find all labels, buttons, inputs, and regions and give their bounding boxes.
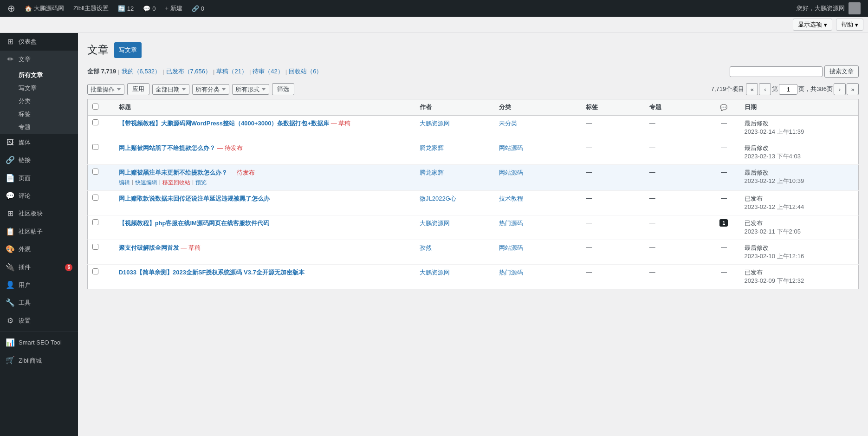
next-page-button[interactable]: ›: [834, 83, 846, 95]
row-action-0[interactable]: 编辑: [119, 179, 130, 187]
post-title-link[interactable]: 【视频教程】php客服在线IM源码网页在线客服软件代码: [119, 220, 269, 227]
row-checkbox[interactable]: [92, 144, 98, 150]
posts-table: 标题 作者 分类 标签 专题 💬 日期 【带视频教程】大鹏源码网WordPres…: [87, 99, 859, 289]
category-link[interactable]: 未分类: [499, 120, 517, 127]
sidebar-item-appearance[interactable]: 🎨 外观: [0, 241, 78, 258]
links-bar[interactable]: 🔗 0: [188, 0, 208, 17]
td-title: 网上赌被网站黑了不给提款怎么办？ — 待发布: [114, 140, 415, 165]
search-button[interactable]: 搜索文章: [824, 65, 859, 78]
sidebar-item-posts[interactable]: ✏ 文章: [0, 51, 78, 68]
theme-settings[interactable]: Zibll主题设置: [70, 0, 112, 17]
td-date: 最后修改 2023-02-14 上午11:39: [740, 116, 859, 140]
td-date: 最后修改 2023-02-10 上午12:16: [740, 240, 859, 265]
sidebar-item-topics[interactable]: 专题: [0, 121, 78, 134]
category-filter-select[interactable]: 所有分类: [192, 84, 229, 95]
sidebar-item-tags[interactable]: 标签: [0, 108, 78, 121]
sidebar-item-users[interactable]: 👤 用户: [0, 276, 78, 294]
sidebar-item-all-posts[interactable]: 所有文章: [0, 69, 78, 82]
apply-button[interactable]: 应用: [127, 83, 149, 95]
filter-mine[interactable]: 我的（6,532）: [122, 67, 161, 76]
author-link[interactable]: 大鹏资源网: [420, 220, 450, 227]
new-button[interactable]: + 新建: [162, 0, 186, 17]
filter-all[interactable]: 全部 7,719: [87, 67, 116, 76]
row-checkbox[interactable]: [92, 219, 98, 225]
write-post-button[interactable]: 写文章: [114, 42, 142, 58]
sidebar-item-community-posts[interactable]: 📋 社区帖子: [0, 223, 78, 241]
sidebar-item-comments[interactable]: 💬 评论: [0, 187, 78, 205]
category-link[interactable]: 热门源码: [499, 220, 523, 227]
sidebar-item-pages[interactable]: 📄 页面: [0, 169, 78, 187]
wp-logo-icon[interactable]: ⊕: [4, 3, 19, 14]
sidebar-item-dashboard[interactable]: ⊞ 仪表盘: [0, 33, 78, 51]
sidebar-item-write-posts[interactable]: 写文章: [0, 82, 78, 95]
sidebar-item-zibll-shop[interactable]: 🛒 Zibll商城: [0, 351, 78, 369]
row-action-2[interactable]: 移至回收站: [162, 179, 190, 187]
row-checkbox[interactable]: [92, 244, 98, 250]
td-category: 热门源码: [494, 265, 582, 289]
post-title-link[interactable]: 聚支付破解版全网首发 — 草稿: [119, 244, 201, 251]
greeting[interactable]: 您好，大鹏资源网: [793, 2, 864, 14]
post-title-link[interactable]: 网上赌被网站黑了不给提款怎么办？ — 待发布: [119, 144, 243, 151]
last-page-button[interactable]: »: [847, 83, 859, 95]
site-name[interactable]: 🏠 大鹏源码网: [21, 0, 68, 17]
date-filter-select[interactable]: 全部日期: [152, 84, 189, 95]
td-comments: —: [708, 191, 739, 215]
help-button[interactable]: 帮助 ▾: [836, 19, 863, 31]
author-link[interactable]: 腾龙家辉: [420, 144, 444, 151]
date-value: 2023-02-11 下午2:05: [745, 228, 801, 235]
page-input[interactable]: [779, 84, 797, 95]
page-title: 文章: [87, 43, 109, 57]
category-link[interactable]: 网站源码: [499, 169, 523, 176]
format-filter-select[interactable]: 所有形式: [232, 84, 269, 95]
author-link[interactable]: 大鹏资源网: [420, 269, 450, 276]
author-link[interactable]: 大鹏资源网: [420, 120, 450, 127]
comments-bar[interactable]: 💬 0: [139, 0, 159, 17]
date-status: 最后修改: [745, 144, 769, 151]
author-link[interactable]: 腾龙家辉: [420, 169, 444, 176]
search-input[interactable]: [730, 66, 823, 77]
sidebar-item-media[interactable]: 🖼 媒体: [0, 134, 78, 151]
author-link[interactable]: 微JL2022G心: [420, 195, 456, 202]
category-link[interactable]: 技术教程: [499, 195, 523, 202]
filter-trash[interactable]: 回收站（6）: [289, 67, 322, 76]
main-content: 文章 写文章 全部 7,719 | 我的（6,532） | 已发布（7,656）…: [78, 33, 868, 436]
row-checkbox[interactable]: [92, 268, 98, 274]
row-checkbox[interactable]: [92, 195, 98, 201]
post-title-link[interactable]: 网上赌取款说数据未回传还说注单延迟违规被黑了怎么办: [119, 195, 270, 202]
display-options-button[interactable]: 显示选项 ▾: [793, 19, 832, 31]
post-title-link[interactable]: 【带视频教程】大鹏源码网WordPress整站（4000+3000）条数据打包+…: [119, 120, 351, 127]
sidebar-item-categories[interactable]: 分类: [0, 95, 78, 108]
post-title-link[interactable]: D1033【简单亲测】2023全新SF授权系统源码 V3.7全开源无加密版本: [119, 269, 304, 276]
row-action-1[interactable]: 快速编辑: [135, 179, 157, 187]
th-category: 分类: [494, 99, 582, 116]
td-comments: 1: [708, 215, 739, 240]
sidebar-item-plugins[interactable]: 🔌 插件 6: [0, 259, 78, 276]
prev-page-button[interactable]: ‹: [759, 83, 771, 95]
author-link[interactable]: 孜然: [420, 244, 432, 251]
sidebar-item-tools[interactable]: 🔧 工具: [0, 294, 78, 312]
category-link[interactable]: 网站源码: [499, 244, 523, 251]
sidebar-item-settings[interactable]: ⚙ 设置: [0, 312, 78, 330]
td-author: 腾龙家辉: [415, 140, 494, 165]
row-action-3[interactable]: 预览: [195, 179, 207, 187]
home-icon: 🏠: [25, 5, 32, 12]
first-page-button[interactable]: «: [746, 83, 758, 95]
filter-pending[interactable]: 待审（42）: [253, 67, 283, 76]
filter-published[interactable]: 已发布（7,656）: [166, 67, 212, 76]
sidebar-item-community-block[interactable]: ⊞ 社区板块: [0, 205, 78, 222]
category-link[interactable]: 网站源码: [499, 144, 523, 151]
updates[interactable]: 🔄 12: [114, 0, 137, 17]
row-checkbox[interactable]: [92, 119, 98, 125]
table-row: D1033【简单亲测】2023全新SF授权系统源码 V3.7全开源无加密版本 大…: [88, 265, 859, 289]
filter-draft[interactable]: 草稿（21）: [216, 67, 247, 76]
date-value: 2023-02-14 上午11:39: [745, 128, 804, 135]
category-link[interactable]: 热门源码: [499, 269, 523, 276]
select-all-checkbox[interactable]: [92, 104, 98, 110]
bulk-action-select[interactable]: 批量操作: [87, 84, 124, 95]
td-checkbox: [88, 240, 114, 265]
sidebar-item-links[interactable]: 🔗 链接: [0, 151, 78, 169]
post-title-link[interactable]: 网上赌被黑注单未更新不给提款怎么办？ — 待发布: [119, 169, 255, 176]
row-checkbox[interactable]: [92, 169, 98, 175]
sidebar-item-smart-seo[interactable]: 📊 Smart SEO Tool: [0, 334, 78, 351]
filter-button[interactable]: 筛选: [272, 83, 294, 95]
